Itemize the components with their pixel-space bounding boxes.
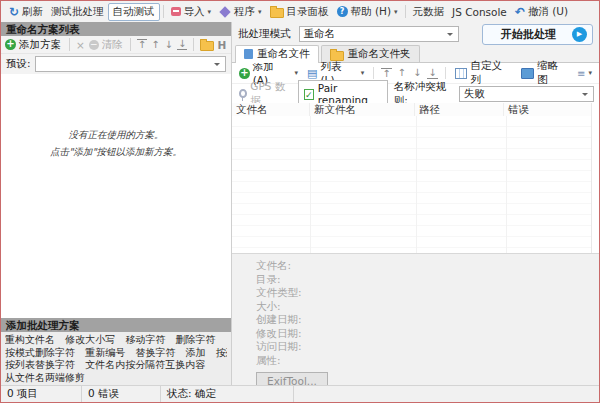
help-button[interactable]: ? 帮助 (H) ▾ <box>333 4 402 20</box>
file-properties-panel: 文件名: 目录: 文件类型: 大小: 创建日期: 修改日期: 访问日期: 属性:… <box>232 253 599 385</box>
rename-tag-button[interactable]: H <box>217 39 226 51</box>
move-down-button[interactable]: ↓ <box>412 68 422 78</box>
main-panel: 批处理模式 重命名 开始批处理 ▶ 重命名文件 重命名文件夹 <box>232 22 599 385</box>
column-header-path[interactable]: 路径 <box>415 103 504 116</box>
methods-row: 从文件名两端修剪 <box>5 372 227 385</box>
collision-rule-select[interactable]: 失败 <box>459 86 594 102</box>
prop-accessed-label: 访问日期: <box>256 340 599 354</box>
program-label: 程序 <box>234 5 255 19</box>
tab-rename-files[interactable]: 重命名文件 <box>235 45 319 63</box>
method-link[interactable]: 删除字符 <box>176 334 216 345</box>
method-link[interactable]: 修改大小写 <box>65 334 115 345</box>
scheme-panel: 重命名方案列表 添加方案 × 清除 ↑ ↑ ↓ ↓ H 预设: <box>1 22 232 385</box>
column-header-filename[interactable]: 文件名 <box>232 103 310 116</box>
method-link[interactable]: 重新编号 <box>85 347 125 358</box>
help-label: 帮助 (H) <box>351 5 391 19</box>
move-down-button[interactable]: ↓ <box>164 40 174 50</box>
gps-pin-icon <box>239 89 247 98</box>
refresh-label: 刷新 <box>22 5 43 19</box>
move-bottom-button[interactable]: ↓ <box>427 68 437 79</box>
method-link[interactable]: 添加 <box>186 347 206 358</box>
file-table-body[interactable] <box>232 116 591 253</box>
auto-test-toggle[interactable]: 自动测试 <box>108 3 160 21</box>
image-icon <box>521 68 535 79</box>
toolbar-separator <box>130 38 131 51</box>
tab-rename-folders-label: 重命名文件夹 <box>348 47 411 61</box>
start-batch-label: 开始批处理 <box>501 27 556 42</box>
import-label: 导入 <box>184 5 205 19</box>
undo-button[interactable]: ↶ 撤消 (U) <box>511 4 572 20</box>
minus-circle-icon <box>89 40 99 50</box>
start-batch-button[interactable]: 开始批处理 ▶ <box>482 24 593 45</box>
file-table-header: 文件名 新文件名 路径 错误 <box>232 103 591 117</box>
metadata-label: 元数据 <box>413 5 445 19</box>
chevron-down-icon: ▾ <box>588 69 592 77</box>
remove-scheme-button[interactable]: × <box>76 39 85 51</box>
method-link[interactable]: 按模式删除字符 <box>5 347 75 358</box>
list-style-button[interactable]: ≡ ▾ <box>575 68 594 79</box>
list-style-icon: ≡ <box>577 68 585 79</box>
prop-size-label: 大小: <box>256 300 599 314</box>
js-console-label: JS Console <box>452 6 507 18</box>
batch-mode-select[interactable]: 重命名 <box>299 26 459 42</box>
thumbnails-button[interactable]: 缩略图 <box>519 59 571 87</box>
folder-icon <box>330 51 344 61</box>
method-link[interactable]: 按列表重命名 <box>216 347 227 358</box>
undo-icon: ↶ <box>515 6 525 18</box>
toolbar-separator <box>163 5 164 18</box>
table-column <box>232 116 311 253</box>
move-up-button[interactable]: ↑ <box>397 68 407 78</box>
collision-rule-value: 失败 <box>464 87 485 101</box>
test-batch-button[interactable]: 测试批处理 <box>47 4 108 20</box>
thumbnails-label: 缩略图 <box>537 59 568 87</box>
prop-filename-label: 文件名: <box>256 259 599 273</box>
table-column <box>507 116 591 253</box>
file-tab-content: 添加 (A) ▾ ▤ 列表 (L) ▾ ↑ ↑ ↓ ↓ 自定义列 <box>232 62 599 385</box>
status-state: 状态: 确定 <box>161 386 294 402</box>
toolbar-separator <box>445 67 446 79</box>
move-top-button[interactable]: ↑ <box>381 68 391 79</box>
open-preset-icon[interactable] <box>200 41 214 51</box>
column-header-error[interactable]: 错误 <box>504 103 591 116</box>
clear-schemes-button[interactable]: 清除 <box>88 38 124 52</box>
status-bar: 0 项目 0 错误 状态: 确定 <box>1 385 599 402</box>
directory-panel-label: 目录面板 <box>287 5 329 19</box>
empty-hint-line1: 没有正在使用的方案。 <box>1 126 231 143</box>
method-link[interactable]: 从文件名两端修剪 <box>5 372 85 383</box>
auto-test-label: 自动测试 <box>113 5 155 19</box>
import-button[interactable]: 导入 ▾ <box>167 4 216 20</box>
method-link[interactable]: 移动字符 <box>125 334 165 345</box>
move-bottom-button[interactable]: ↓ <box>177 39 187 50</box>
directory-panel-button[interactable]: 目录面板 <box>266 4 333 20</box>
batch-mode-label: 批处理模式 <box>238 27 291 41</box>
js-console-button[interactable]: JS Console <box>448 5 511 19</box>
method-link[interactable]: 重构文件名 <box>5 334 55 345</box>
program-button[interactable]: 程序 ▾ <box>215 4 266 20</box>
checkbox-checked-icon[interactable]: ✓ <box>304 89 314 100</box>
prop-created-label: 创建日期: <box>256 313 599 327</box>
status-items-count: 0 项目 <box>1 386 82 402</box>
custom-columns-button[interactable]: 自定义列 <box>453 59 514 87</box>
move-top-button[interactable]: ↑ <box>137 39 147 50</box>
method-link[interactable]: 按列表替换字符 <box>5 359 75 370</box>
chevron-down-icon: ▾ <box>295 69 299 77</box>
preset-select[interactable] <box>35 56 226 72</box>
chevron-down-icon: ▾ <box>394 8 398 16</box>
preset-row: 预设: <box>1 54 231 75</box>
method-link[interactable]: 文件名内按分隔符互换内容 <box>85 359 205 370</box>
metadata-button[interactable]: 元数据 <box>409 4 449 20</box>
chevron-down-icon: ▾ <box>208 8 212 16</box>
column-header-new-filename[interactable]: 新文件名 <box>310 103 415 116</box>
scheme-list-empty-area: 没有正在使用的方案。 点击"添加"按钮以添加新方案。 <box>1 74 231 303</box>
main-toolbar: ↻ 刷新 测试批处理 自动测试 导入 ▾ 程序 ▾ 目录面板 ? 帮助 (H) … <box>1 1 599 23</box>
method-link[interactable]: 替换字符 <box>135 347 175 358</box>
refresh-button[interactable]: ↻ 刷新 <box>5 4 47 20</box>
add-scheme-button[interactable]: 添加方案 <box>3 38 63 52</box>
status-error-count: 0 错误 <box>82 386 161 402</box>
move-up-button[interactable]: ↑ <box>150 40 160 50</box>
chevron-down-icon: ▾ <box>258 8 262 16</box>
methods-row: 重构文件名 修改大小写 移动字符 删除字符 <box>5 334 227 347</box>
prop-modified-label: 修改日期: <box>256 327 599 341</box>
plus-icon <box>5 39 16 50</box>
import-icon <box>171 7 181 16</box>
